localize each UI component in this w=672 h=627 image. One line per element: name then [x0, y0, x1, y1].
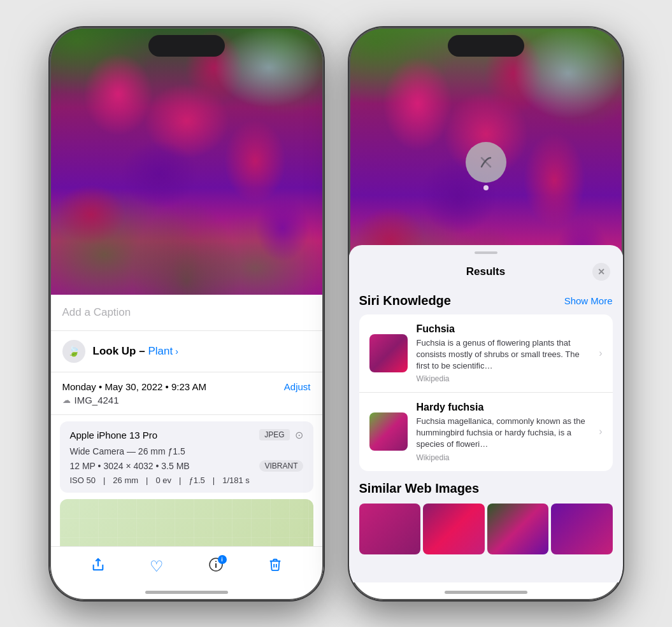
style-badge: VIBRANT: [259, 460, 303, 472]
lookup-icon: 🍃: [62, 340, 85, 363]
svg-point-3: [215, 561, 217, 562]
cloud-icon: ☁: [62, 395, 71, 405]
hardy-fuchsia-chevron: ›: [599, 426, 602, 437]
filename-row: ☁ IMG_4241: [62, 395, 311, 405]
delete-button[interactable]: [268, 558, 282, 575]
share-button[interactable]: [91, 558, 105, 575]
toolbar: ♡ i: [50, 546, 324, 582]
similar-images-row: [359, 504, 613, 554]
hardy-fuchsia-name: Hardy fuchsia: [417, 402, 594, 413]
visual-search-dot: [483, 185, 489, 190]
fuchsia-source: Wikipedia: [417, 374, 594, 383]
camera-settings-icon: ⊙: [295, 429, 303, 441]
siri-header: Siri Knowledge Show More: [359, 288, 613, 314]
right-phone-screen: Results ✕ Siri Knowledge Show More: [349, 27, 623, 600]
home-indicator: [145, 591, 228, 594]
camera-spec: Wide Camera — 26 mm ƒ1.5: [70, 446, 303, 456]
hardy-fuchsia-desc: Fuchsia magellanica, commonly known as t…: [417, 416, 594, 451]
device-section: Apple iPhone 13 Pro JPEG ⊙ Wide Camera —…: [60, 421, 313, 493]
similar-image-3[interactable]: [487, 504, 549, 554]
lookup-text: Look Up – Plant›: [93, 345, 178, 358]
resolution: 12 MP • 3024 × 4032 • 3.5 MB: [70, 461, 190, 471]
left-phone: Add a Caption 🍃 Look Up – Plant› Monday …: [50, 27, 324, 600]
fuchsia-content: Fuchsia Fuchsia is a genus of flowering …: [417, 323, 594, 384]
format-badge: JPEG: [259, 429, 289, 440]
siri-knowledge-title: Siri Knowledge: [359, 293, 451, 308]
results-sheet: Results ✕ Siri Knowledge Show More: [349, 245, 623, 582]
favorite-button[interactable]: ♡: [150, 558, 164, 575]
fuchsia-desc: Fuchsia is a genus of flowering plants t…: [417, 337, 594, 372]
focal-value: 26 mm: [113, 476, 138, 485]
right-phone: Results ✕ Siri Knowledge Show More: [349, 27, 623, 600]
siri-section: Siri Knowledge Show More Fuchsia Fuchsia…: [349, 288, 623, 471]
meta-section: Monday • May 30, 2022 • 9:23 AM Adjust ☁…: [50, 372, 324, 415]
filename: IMG_4241: [75, 395, 119, 405]
device-name: Apple iPhone 13 Pro: [70, 430, 158, 440]
adjust-button[interactable]: Adjust: [284, 381, 311, 392]
knowledge-item-fuchsia[interactable]: Fuchsia Fuchsia is a genus of flowering …: [359, 314, 613, 393]
results-title: Results: [380, 265, 592, 278]
similar-image-4[interactable]: [551, 504, 613, 554]
fuchsia-name: Fuchsia: [417, 323, 594, 335]
lookup-chevron: ›: [175, 346, 178, 356]
knowledge-card: Fuchsia Fuchsia is a genus of flowering …: [359, 314, 613, 471]
lookup-row[interactable]: 🍃 Look Up – Plant›: [50, 331, 324, 372]
similar-title: Similar Web Images: [359, 481, 613, 496]
info-button[interactable]: i: [208, 557, 224, 576]
hardy-fuchsia-source: Wikipedia: [417, 453, 594, 462]
spec-row: 12 MP • 3024 × 4032 • 3.5 MB VIBRANT: [70, 460, 303, 472]
iso-value: ISO 50: [70, 476, 96, 485]
photo-area: [50, 27, 324, 295]
ev-value: 0 ev: [155, 476, 171, 485]
similar-image-2[interactable]: [423, 504, 485, 554]
home-indicator-right: [445, 591, 527, 594]
caption-placeholder[interactable]: Add a Caption: [62, 306, 131, 318]
leaf-icon: 🍃: [68, 345, 80, 357]
info-badge: i: [218, 555, 227, 564]
caption-area[interactable]: Add a Caption: [50, 295, 324, 331]
dynamic-island-right: [448, 35, 524, 57]
photo-date: Monday • May 30, 2022 • 9:23 AM: [62, 381, 206, 392]
results-header: Results ✕: [349, 254, 623, 288]
hardy-fuchsia-content: Hardy fuchsia Fuchsia magellanica, commo…: [417, 402, 594, 462]
similar-section: Similar Web Images: [349, 472, 623, 554]
hardy-fuchsia-thumbnail: [369, 412, 408, 451]
visual-search-button[interactable]: [466, 142, 506, 183]
exif-row: ISO 50 | 26 mm | 0 ev | ƒ1.5 | 1/181 s: [70, 476, 303, 485]
knowledge-item-hardy-fuchsia[interactable]: Hardy fuchsia Fuchsia magellanica, commo…: [359, 393, 613, 471]
dynamic-island: [148, 35, 225, 57]
shutter-value: 1/181 s: [222, 476, 250, 485]
close-button[interactable]: ✕: [592, 263, 610, 281]
show-more-button[interactable]: Show More: [564, 295, 613, 306]
fuchsia-thumbnail: [369, 334, 408, 372]
aperture-value: ƒ1.5: [189, 476, 204, 485]
left-phone-screen: Add a Caption 🍃 Look Up – Plant› Monday …: [50, 27, 324, 600]
fuchsia-chevron: ›: [599, 348, 602, 359]
similar-image-1[interactable]: [359, 504, 421, 554]
